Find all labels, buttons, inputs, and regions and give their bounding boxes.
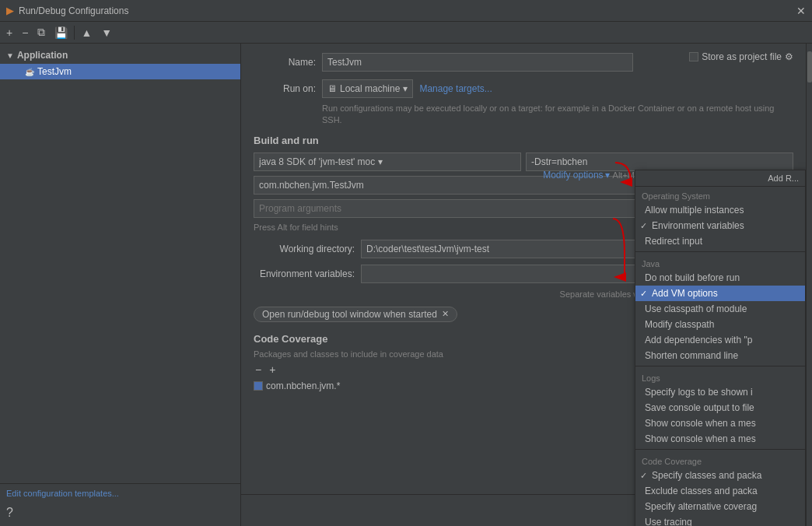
dropdown-header: Add R... [635,170,805,187]
modify-options-arrow: ▾ [605,170,610,181]
group-arrow-icon: ▼ [6,51,14,60]
name-input[interactable] [322,53,633,72]
title-bar: ▶ Run/Debug Configurations ✕ [0,0,812,22]
add-vm-label: Add VM options [652,288,718,299]
run-on-row: Run on: 🖥 Local machine ▾ Manage targets… [254,79,793,98]
dropdown-item-exclude-classes[interactable]: Exclude classes and packa [635,483,805,499]
dropdown-item-use-tracing[interactable]: Use tracing [635,514,805,526]
run-on-label: Run on: [254,83,316,94]
logs-section-label: Logs [635,369,805,384]
remove-config-button[interactable]: − [19,25,31,40]
dropdown-item-specify-logs[interactable]: Specify logs to be shown i [635,384,805,400]
shorten-cmd-label: Shorten command line [645,350,738,361]
add-deps-label: Add dependencies with "p [645,335,752,345]
local-machine-label: Local machine [340,83,400,94]
dropdown-item-env-vars[interactable]: ✓ Environment variables [635,218,805,233]
move-down-button[interactable]: ▼ [98,25,115,40]
cc-section-label: Code Coverage [635,452,805,468]
dropdown-item-no-build[interactable]: Do not build before run [635,270,805,286]
dropdown-item-modify-classpath[interactable]: Modify classpath [635,317,805,332]
modify-options-button[interactable]: Modify options ▾ [543,170,609,181]
tag-close-icon[interactable]: ✕ [442,309,449,319]
toolbar: + − ⧉ 💾 ▲ ▼ [0,22,812,44]
dropdown-item-add-deps[interactable]: Add dependencies with "p [635,332,805,348]
check-env-vars: ✓ [640,221,647,231]
dropdown-item-save-console[interactable]: Save console output to file [635,400,805,416]
title-bar-title: Run/Debug Configurations [19,5,128,16]
main-layout: ▼ Application ☕ TestJvm Edit configurati… [0,44,812,526]
dropdown-item-show-console-1[interactable]: Show console when a mes [635,416,805,431]
dropdown-item-allow-multiple[interactable]: Allow multiple instances [635,202,805,218]
dropdown-item-shorten-cmd[interactable]: Shorten command line [635,348,805,363]
run-debug-icon: ▶ [6,5,14,16]
sdk-value: java 8 SDK of 'jvm-test' moc [259,156,375,167]
sidebar-group-application[interactable]: ▼ Application [0,47,240,64]
redirect-input-label: Redirect input [645,236,702,247]
working-dir-label: Working directory: [254,244,355,254]
specify-classes-label: Specify classes and packa [652,470,761,481]
dropdown-divider-2 [635,366,805,366]
show-console-1-label: Show console when a mes [645,418,756,429]
build-run-title: Build and run [254,135,793,146]
java-icon: ☕ [25,68,34,76]
title-bar-left: ▶ Run/Debug Configurations [6,5,128,16]
os-section-label: Operating System [635,187,805,202]
java-section-label: Java [635,254,805,270]
env-vars-label: Environment variables: [254,268,355,279]
store-as-project-checkbox[interactable] [689,52,698,61]
run-on-select[interactable]: 🖥 Local machine ▾ [322,79,413,98]
no-build-label: Do not build before run [645,272,740,283]
coverage-add-button[interactable]: + [268,363,277,376]
edit-templates-link[interactable]: Edit configuration templates... [0,483,240,503]
close-button[interactable]: ✕ [796,5,806,17]
check-specify-classes: ✓ [640,471,647,481]
use-classpath-label: Use classpath of module [645,303,747,314]
sidebar: ▼ Application ☕ TestJvm Edit configurati… [0,44,241,526]
modify-options-area: Modify options ▾ Alt+M [543,170,635,181]
dropdown-item-add-vm[interactable]: ✓ Add VM options [635,286,805,301]
sdk-select[interactable]: java 8 SDK of 'jvm-test' moc ▾ [254,153,521,171]
scrollbar-thumb[interactable] [807,51,812,82]
show-console-2-label: Show console when a mes [645,433,756,444]
toolbar-divider [74,26,75,40]
sdk-dropdown-icon: ▾ [378,156,383,167]
vm-options-input[interactable] [526,153,793,171]
modify-options-shortcut: Alt+M [613,170,635,180]
save-config-button[interactable]: 💾 [51,25,71,40]
vertical-scrollbar[interactable] [806,44,812,526]
sdk-vm-row: java 8 SDK of 'jvm-test' moc ▾ [254,153,793,171]
store-gear-icon[interactable]: ⚙ [785,51,793,62]
modify-options-label: Modify options [543,170,603,181]
add-config-button[interactable]: + [3,25,16,40]
check-add-vm: ✓ [640,289,647,299]
group-label: Application [17,50,68,61]
coverage-item-label: com.nbchen.jvm.* [266,380,340,391]
coverage-checkbox[interactable] [254,381,263,391]
dropdown-item-specify-alt[interactable]: Specify alternative coverag [635,499,805,514]
manage-targets-link[interactable]: Manage targets... [419,83,492,94]
specify-alt-label: Specify alternative coverag [645,501,757,512]
store-as-project-label: Store as project file [702,51,782,62]
sidebar-item-testjvm[interactable]: ☕ TestJvm [0,64,240,79]
help-button[interactable]: ? [0,503,240,523]
copy-config-button[interactable]: ⧉ [34,24,48,40]
move-up-button[interactable]: ▲ [78,25,95,40]
tool-window-tag[interactable]: Open run/debug tool window when started … [254,307,457,322]
dropdown-divider-1 [635,251,805,252]
tool-window-label: Open run/debug tool window when started [262,309,437,320]
coverage-remove-button[interactable]: − [254,363,263,376]
run-hint-text: Run configurations may be executed local… [322,103,793,127]
dropdown-item-show-console-2[interactable]: Show console when a mes [635,431,805,447]
allow-multiple-label: Allow multiple instances [645,205,744,216]
dropdown-divider-3 [635,449,805,450]
exclude-classes-label: Exclude classes and packa [645,486,758,496]
content-area: Store as project file ⚙ Name: Run on: 🖥 … [241,44,806,526]
dropdown-item-redirect-input[interactable]: Redirect input [635,233,805,249]
use-tracing-label: Use tracing [645,517,692,526]
sidebar-item-label: TestJvm [37,66,72,77]
env-vars-dropdown-label: Environment variables [652,220,744,231]
local-machine-icon: 🖥 [327,83,337,94]
dropdown-item-specify-classes[interactable]: ✓ Specify classes and packa [635,468,805,483]
dropdown-item-use-classpath[interactable]: Use classpath of module [635,301,805,317]
add-run-label: Add R... [768,174,799,183]
